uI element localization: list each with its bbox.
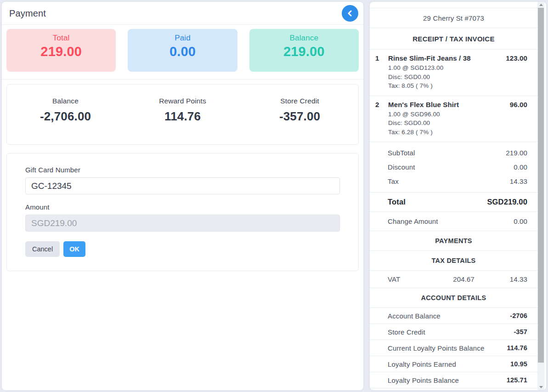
row-value: 114.76 [507,344,527,352]
row-value: -2706 [510,312,527,319]
item-header: 1 Rinse Slim-Fit Jeans / 38 123.00 [375,54,527,62]
row-value: -357 [514,328,527,335]
scrollbar-thumb[interactable] [538,8,544,363]
balance-value: 219.00 [249,44,359,59]
row-label: Account Balance [388,312,441,320]
receipt-content: 29 Cherry St #7073 RECEIPT / TAX INVOICE… [370,2,537,390]
item-tax-line: Tax: 8.05 ( 7% ) [388,81,527,91]
scroll-down-icon[interactable] [537,384,544,390]
item-qty-line: 1.00 @ SGD96.00 [388,110,527,119]
balance-label: Balance [249,34,359,43]
receipt-top-strip [370,2,537,8]
amount-input [25,215,340,232]
divider [2,79,363,80]
item-name: Rinse Slim-Fit Jeans / 38 [388,54,506,62]
gift-card-form: Gift Card Number Amount Cancel OK [6,153,359,271]
subtotal-label: SubTotal [388,149,415,157]
row-label: Loyalty Points Earned [388,360,456,368]
gift-card-number-input[interactable] [25,177,340,194]
scroll-up-icon[interactable] [537,2,544,8]
paid-value: 0.00 [128,44,237,59]
store-credit-row: Store Credit -357 [370,324,537,340]
account-balance-value: -2,706.00 [7,109,124,124]
gift-card-number-label: Gift Card Number [25,166,340,174]
paid-card: Paid 0.00 [128,29,237,72]
grand-total-label: Total [388,198,406,206]
reward-points-value: 114.76 [124,109,241,124]
item-header: 2 Men's Flex Blue Shirt 96.00 [375,101,527,108]
item-details: 1.00 @ SGD123.00 Disc: SGD0.00 Tax: 8.05… [388,63,527,91]
item-tax-line: Tax: 6.28 ( 7% ) [388,128,527,137]
payment-screen: Payment Total 219.00 Paid 0.00 Balance 2… [2,2,546,390]
discount-label: Discount [388,163,415,171]
account-balance-row: Account Balance -2706 [370,308,537,324]
total-label: Total [6,34,116,43]
item-price: 123.00 [506,54,527,62]
form-buttons: Cancel OK [25,241,340,257]
subtotal-row: SubTotal 219.00 [370,146,537,160]
change-amount-value: 0.00 [514,217,527,225]
receipt-title: RECEIPT / TAX INVOICE [370,28,537,50]
vat-label: VAT [388,275,431,283]
ok-button[interactable]: OK [63,241,85,257]
payments-heading: PAYMENTS [370,231,537,251]
account-balance-label: Balance [7,97,124,105]
receipt-item: 2 Men's Flex Blue Shirt 96.00 1.00 @ SGD… [370,96,537,142]
loyalty-points-earned-row: Loyalty Points Earned 10.95 [370,356,537,372]
cancel-button[interactable]: Cancel [25,241,60,257]
loyalty-points-balance-row: Loyalty Points Balance 125.71 [370,372,537,388]
item-price: 96.00 [510,101,527,108]
change-amount-label: Change Amount [388,217,438,225]
account-details-heading: ACCOUNT DETAILS [370,288,537,308]
item-name: Men's Flex Blue Shirt [388,101,510,108]
reward-points-label: Reward Points [124,97,241,105]
item-disc-line: Disc: SGD0.00 [388,73,527,82]
receipt-footer: Total Items/Quantity : 2 / 2 Cashier : r… [370,388,537,390]
reward-points-col: Reward Points 114.76 [124,97,241,124]
item-details: 1.00 @ SGD96.00 Disc: SGD0.00 Tax: 6.28 … [388,110,527,137]
total-card: Total 219.00 [6,29,116,72]
store-address: 29 Cherry St #7073 [370,8,537,28]
chevron-left-icon [346,10,354,17]
receipt-item: 1 Rinse Slim-Fit Jeans / 38 123.00 1.00 … [370,50,537,96]
vat-row: VAT 204.67 14.33 [370,271,537,288]
subtotal-value: 219.00 [506,149,527,157]
item-disc-line: Disc: SGD0.00 [388,119,527,128]
row-label: Current Loyalty Points Balance [388,344,484,352]
tax-row: Tax 14.33 [370,174,537,188]
vat-tax-amount: 14.33 [475,275,527,283]
row-label: Store Credit [388,328,425,336]
store-credit-label: Store Credit [241,97,358,105]
discount-value: 0.00 [514,163,527,171]
vat-taxable-amount: 204.67 [431,275,475,283]
payment-panel: Payment Total 219.00 Paid 0.00 Balance 2… [2,2,363,390]
item-index: 2 [375,101,388,108]
balance-card: Balance 219.00 [249,29,359,72]
row-value: 125.71 [507,376,527,384]
row-label: Loyalty Points Balance [388,376,459,384]
store-credit-value: -357.00 [241,109,358,124]
item-qty-line: 1.00 @ SGD123.00 [388,63,527,73]
change-amount-row: Change Amount 0.00 [370,212,537,231]
account-balance-col: Balance -2,706.00 [7,97,124,124]
tax-label: Tax [388,177,399,185]
receipt-scrollbar[interactable] [537,2,544,390]
total-value: 219.00 [6,44,116,59]
discount-row: Discount 0.00 [370,160,537,174]
current-loyalty-points-row: Current Loyalty Points Balance 114.76 [370,340,537,356]
customer-account-summary: Balance -2,706.00 Reward Points 114.76 S… [6,84,359,145]
grand-total-row: Total SGD219.00 [370,193,537,212]
tax-details-heading: TAX DETAILS [370,251,537,271]
grand-total-value: SGD219.00 [487,198,527,206]
summary-cards: Total 219.00 Paid 0.00 Balance 219.00 [2,25,363,72]
paid-label: Paid [128,34,237,43]
store-credit-col: Store Credit -357.00 [241,97,358,124]
tax-value: 14.33 [510,177,527,185]
item-index: 1 [375,54,388,62]
page-title: Payment [2,2,363,25]
totals-section: SubTotal 219.00 Discount 0.00 Tax 14.33 [370,142,537,193]
back-button[interactable] [342,5,358,22]
amount-label: Amount [25,203,340,211]
receipt-panel: 29 Cherry St #7073 RECEIPT / TAX INVOICE… [370,2,546,390]
row-value: 10.95 [510,360,527,368]
